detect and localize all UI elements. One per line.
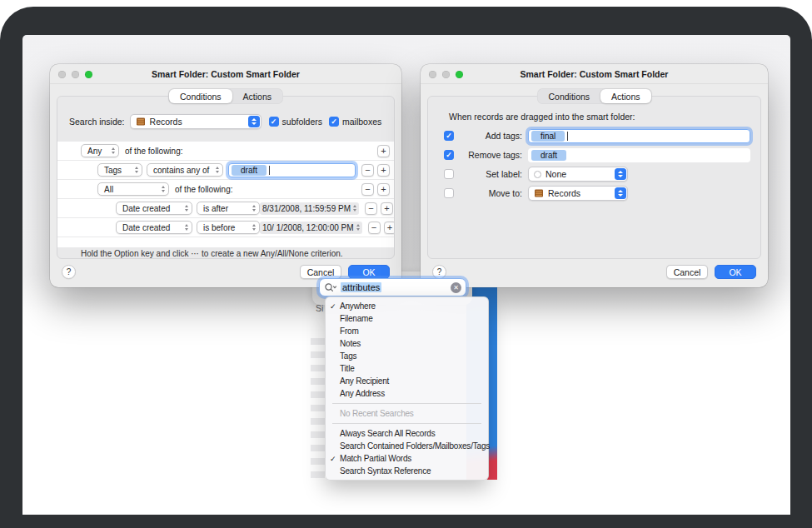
- menu-item-notes[interactable]: Notes: [326, 337, 488, 350]
- remove-condition-button[interactable]: −: [361, 183, 374, 196]
- menu-item-title[interactable]: Title: [326, 362, 488, 375]
- field-popup[interactable]: Date created: [116, 221, 192, 234]
- any-all-popup[interactable]: Any: [81, 144, 119, 157]
- action-row-remove-tags: ✓ Remove tags: draft: [428, 147, 750, 162]
- tag-token[interactable]: draft: [232, 165, 267, 176]
- minimize-window-button[interactable]: [72, 71, 79, 78]
- any-all-popup-value: Any: [87, 147, 102, 156]
- remove-condition-button[interactable]: −: [368, 222, 381, 234]
- cancel-button[interactable]: Cancel: [300, 265, 341, 279]
- ok-button[interactable]: OK: [715, 265, 756, 279]
- stepper-chevrons-icon: [356, 224, 360, 231]
- mailboxes-option: ✓ mailboxes: [329, 117, 381, 127]
- field-popup-value: Date created: [122, 223, 170, 232]
- close-window-button[interactable]: [429, 71, 436, 78]
- tags-token-field[interactable]: draft: [228, 163, 356, 177]
- of-the-following-label: of the following:: [175, 185, 233, 194]
- menu-item-tags[interactable]: Tags: [326, 350, 488, 362]
- close-window-button[interactable]: [58, 71, 66, 78]
- remove-condition-button[interactable]: −: [361, 164, 374, 177]
- minimize-window-button[interactable]: [442, 71, 450, 78]
- subfolders-option: ✓ subfolders: [269, 117, 322, 127]
- checkmark-icon: ✓: [330, 455, 340, 463]
- menu-item-label: Title: [340, 364, 355, 373]
- ok-button[interactable]: OK: [348, 265, 390, 279]
- condition-group-row-any: Any of the following: +: [57, 142, 394, 160]
- date-value-stepper[interactable]: 10/ 1/2008, 12:00:00 PM: [260, 222, 362, 234]
- move-to-checkbox[interactable]: [444, 188, 454, 198]
- search-inside-row: Search inside: Records ✓ subfolders: [57, 113, 394, 130]
- search-inside-popup[interactable]: Records: [130, 114, 262, 129]
- set-label-value: None: [545, 169, 566, 179]
- field-popup[interactable]: Tags: [97, 163, 142, 177]
- remove-tags-token-field[interactable]: draft: [528, 148, 750, 162]
- condition-row-tags: Tags contains any of draft: [57, 161, 394, 179]
- help-button[interactable]: ?: [62, 265, 76, 279]
- help-button[interactable]: ?: [432, 265, 446, 279]
- clear-search-icon[interactable]: ✕: [451, 282, 461, 293]
- add-condition-button[interactable]: +: [377, 183, 390, 196]
- add-tags-checkbox[interactable]: ✓: [444, 131, 454, 141]
- date-value-stepper[interactable]: 8/31/2008, 11:59:59 PM: [260, 202, 359, 215]
- tab-conditions[interactable]: Conditions: [169, 89, 232, 103]
- mailboxes-checkbox[interactable]: ✓: [329, 117, 339, 127]
- date-value: 10/ 1/2008, 12:00:00 PM: [262, 223, 354, 232]
- cancel-button[interactable]: Cancel: [666, 265, 708, 279]
- tab-actions[interactable]: Actions: [600, 89, 650, 103]
- option-key-hint: Hold the Option key and click ⋯ to creat…: [81, 249, 343, 258]
- field-popup[interactable]: Date created: [116, 202, 192, 215]
- action-row-move-to: Move to: Records: [428, 186, 750, 201]
- conditions-groupbox: Search inside: Records ✓ subfolders: [57, 96, 395, 259]
- menu-item-from[interactable]: From: [326, 325, 488, 337]
- operator-popup[interactable]: is after: [197, 202, 260, 215]
- remove-tags-checkbox[interactable]: ✓: [444, 150, 454, 160]
- move-to-popup[interactable]: Records: [528, 186, 628, 201]
- menu-item-label: Match Partial Words: [340, 454, 411, 463]
- search-input[interactable]: attributes ✕: [319, 278, 466, 296]
- menu-item-any-address[interactable]: Any Address: [326, 387, 488, 400]
- set-label-checkbox[interactable]: [444, 169, 454, 179]
- menu-item-filename[interactable]: Filename: [326, 312, 488, 325]
- tag-token[interactable]: draft: [531, 150, 566, 161]
- add-condition-button[interactable]: +: [384, 222, 395, 234]
- add-condition-button[interactable]: +: [377, 145, 390, 157]
- zoom-window-button[interactable]: [85, 71, 92, 78]
- operator-popup[interactable]: is before: [197, 221, 260, 234]
- dialog-buttons: ? Cancel OK: [62, 265, 390, 279]
- set-label-label: Set label:: [457, 169, 522, 179]
- menu-item-label: Filename: [340, 314, 373, 323]
- menu-item-anywhere[interactable]: ✓Anywhere: [326, 300, 488, 312]
- zoom-window-button[interactable]: [456, 71, 463, 78]
- menu-item-any-recipient[interactable]: Any Recipient: [326, 375, 488, 387]
- search-inside-label: Search inside:: [69, 117, 125, 127]
- tag-token[interactable]: final: [531, 131, 565, 142]
- tab-actions[interactable]: Actions: [232, 89, 282, 103]
- action-rows: ✓ Add tags: final ✓ Remove tags: draf: [428, 128, 750, 205]
- add-condition-button[interactable]: +: [377, 164, 390, 177]
- empty-condition-row: [57, 237, 394, 247]
- field-popup-value: Date created: [122, 204, 170, 213]
- no-label-icon: [534, 171, 541, 178]
- menu-item-always-search-all-records[interactable]: Always Search All Records: [326, 427, 488, 440]
- menu-item-search-contained[interactable]: Search Contained Folders/Mailboxes/Tags: [326, 440, 488, 452]
- traffic-lights: [429, 71, 463, 78]
- subfolders-checkbox[interactable]: ✓: [269, 117, 279, 127]
- menu-item-label: Any Address: [340, 389, 385, 398]
- search-magnifier-icon[interactable]: [324, 282, 337, 293]
- menu-item-search-syntax-reference[interactable]: Search Syntax Reference: [326, 465, 488, 477]
- date-value: 8/31/2008, 11:59:59 PM: [262, 204, 351, 213]
- add-condition-button[interactable]: +: [381, 202, 393, 215]
- smart-folder-actions-window: Smart Folder: Custom Smart Folder Condit…: [421, 64, 768, 287]
- popup-stepper-icon: [615, 168, 626, 180]
- menu-item-match-partial-words[interactable]: ✓Match Partial Words: [326, 452, 488, 465]
- add-tags-token-field[interactable]: final: [528, 129, 750, 143]
- menu-item-label: Tags: [340, 351, 356, 361]
- set-label-popup[interactable]: None: [528, 167, 628, 182]
- condition-row-date-after: Date created is after 8/31/2008, 11:59:5…: [57, 199, 394, 217]
- field-popup-value: Tags: [104, 166, 122, 175]
- of-the-following-label: of the following:: [125, 147, 183, 156]
- tab-conditions[interactable]: Conditions: [537, 89, 600, 103]
- operator-popup[interactable]: contains any of: [147, 163, 223, 177]
- any-all-popup[interactable]: All: [97, 182, 169, 196]
- remove-condition-button[interactable]: −: [365, 202, 377, 215]
